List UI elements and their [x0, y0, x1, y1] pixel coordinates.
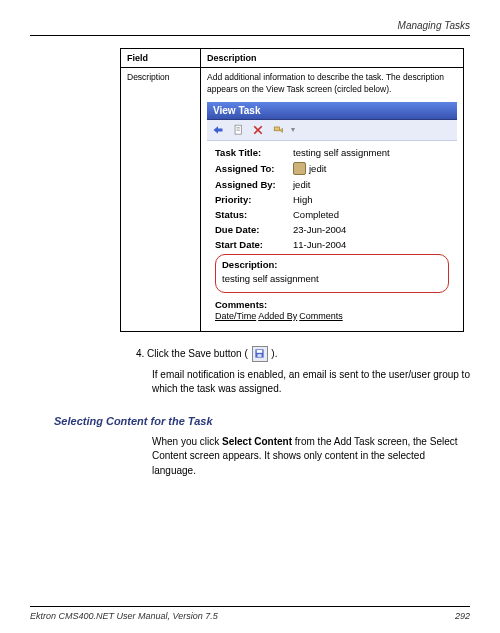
svg-rect-3	[236, 130, 239, 131]
step-4-prefix: 4. Click the Save button (	[136, 347, 248, 358]
svg-rect-0	[235, 125, 241, 134]
task-title-value: testing self assignment	[293, 147, 390, 158]
view-task-title: View Task	[207, 102, 457, 120]
description-highlight: Description: testing self assignment	[215, 254, 449, 293]
start-date-value: 11-Jun-2004	[293, 239, 346, 250]
field-description-table: Field Description Description Add additi…	[120, 48, 464, 332]
section-body-pre: When you click	[152, 436, 222, 447]
view-task-panel: View Task	[207, 102, 457, 327]
comments-col-addedby[interactable]: Added By	[258, 311, 297, 321]
description-value: testing self assignment	[222, 273, 442, 284]
section-body: When you click Select Content from the A…	[152, 435, 470, 479]
comments-label: Comments:	[215, 299, 449, 310]
svg-rect-6	[257, 350, 263, 353]
footer-page-number: 292	[455, 611, 470, 621]
th-description: Description	[201, 49, 464, 68]
comments-col-datetime[interactable]: Date/Time	[215, 311, 256, 321]
footer-left: Ektron CMS400.NET User Manual, Version 7…	[30, 611, 218, 621]
footer-rule	[30, 606, 470, 607]
save-icon	[252, 346, 268, 362]
th-field: Field	[121, 49, 201, 68]
step-4-suffix: ).	[271, 347, 277, 358]
row-description-text: Add additional information to describe t…	[207, 72, 457, 96]
assigned-to-label: Assigned To:	[215, 163, 293, 174]
due-date-value: 23-Jun-2004	[293, 224, 346, 235]
assigned-by-value: jedit	[293, 179, 310, 190]
page-icon[interactable]	[231, 123, 245, 137]
td-description: Add additional information to describe t…	[201, 68, 464, 332]
header-rule	[30, 35, 470, 36]
delete-icon[interactable]	[251, 123, 265, 137]
svg-rect-1	[236, 127, 239, 128]
status-value: Completed	[293, 209, 339, 220]
page-header-right: Managing Tasks	[30, 20, 470, 31]
view-task-toolbar: ▾	[207, 120, 457, 141]
priority-label: Priority:	[215, 194, 293, 205]
svg-rect-2	[236, 128, 239, 129]
user-icon	[293, 162, 306, 175]
priority-value: High	[293, 194, 313, 205]
section-heading: Selecting Content for the Task	[54, 415, 470, 427]
action-icon[interactable]	[271, 123, 285, 137]
svg-rect-4	[274, 127, 279, 131]
comments-col-comments[interactable]: Comments	[299, 311, 343, 321]
dropdown-arrow-icon[interactable]: ▾	[291, 125, 295, 134]
page-footer: Ektron CMS400.NET User Manual, Version 7…	[30, 606, 470, 621]
arrow-left-icon[interactable]	[211, 123, 225, 137]
td-field: Description	[121, 68, 201, 332]
description-label: Description:	[222, 259, 442, 270]
step-4-note: If email notification is enabled, an ema…	[152, 368, 470, 397]
assigned-to-value: jedit	[309, 163, 326, 174]
section-body-bold: Select Content	[222, 436, 292, 447]
task-title-label: Task Title:	[215, 147, 293, 158]
start-date-label: Start Date:	[215, 239, 293, 250]
step-4: 4. Click the Save button ( ).	[136, 346, 470, 362]
status-label: Status:	[215, 209, 293, 220]
due-date-label: Due Date:	[215, 224, 293, 235]
svg-rect-7	[257, 354, 261, 357]
assigned-by-label: Assigned By:	[215, 179, 293, 190]
